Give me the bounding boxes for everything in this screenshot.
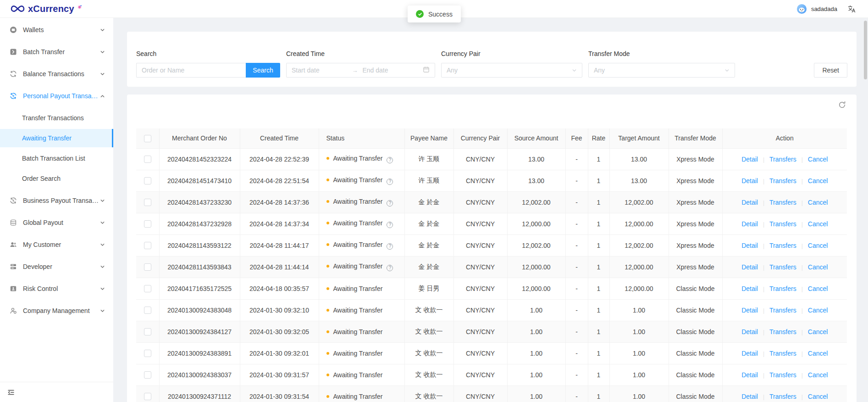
transfers-link[interactable]: Transfers [769,371,796,379]
help-icon[interactable] [387,222,393,228]
row-checkbox[interactable] [144,242,151,249]
row-checkbox[interactable] [144,307,151,314]
toast-message: Success [428,11,453,18]
help-icon[interactable] [387,179,393,185]
sidebar-item-developer[interactable]: Developer [0,256,113,278]
cell-currency-pair: CNY/CNY [453,191,507,213]
cancel-link[interactable]: Cancel [808,263,828,271]
sidebar-item-batch-transfer[interactable]: Batch Transfer [0,41,113,63]
transfers-link[interactable]: Transfers [769,156,796,163]
cell-payee-name: 金 於金 [404,191,453,213]
transfers-link[interactable]: Transfers [769,199,796,206]
cell-merchant-order-no: 202401300924383891 [159,342,240,364]
cancel-link[interactable]: Cancel [808,328,828,335]
cell-target-amount: 12,000.00 [609,256,669,278]
reset-button[interactable]: Reset [814,63,847,78]
select-all-checkbox[interactable] [144,135,151,142]
detail-link[interactable]: Detail [741,285,758,292]
sidebar-subitem-batch-transaction-list[interactable]: Batch Transaction List [0,149,113,168]
row-checkbox[interactable] [144,220,151,228]
table-row: 202401300924383891 2024-01-30 09:32:01 A… [136,342,847,364]
sidebar-item-my-customer[interactable]: My Customer [0,234,113,256]
cell-target-amount: 12,000.00 [609,278,669,299]
detail-link[interactable]: Detail [741,350,758,357]
sidebar-item-risk-control[interactable]: Risk Control [0,278,113,300]
cancel-link[interactable]: Cancel [808,307,828,314]
collapse-sidebar-icon[interactable] [6,387,17,398]
cancel-link[interactable]: Cancel [808,199,828,206]
transfers-link[interactable]: Transfers [769,263,796,271]
row-checkbox[interactable] [144,177,151,184]
refresh-icon[interactable] [838,101,846,109]
currency-pair-select[interactable]: Any [441,63,582,78]
sidebar-item-balance-transactions[interactable]: Balance Transactions [0,63,113,85]
username[interactable]: sadadada [811,6,837,12]
sidebar-item-wallets[interactable]: Wallets [0,19,113,41]
translate-icon[interactable] [847,5,856,13]
search-input[interactable] [136,63,246,78]
main-content: Search Search Created Time Start date → … [113,18,868,402]
table-row: 202401300924383037 2024-01-30 09:31:57 A… [136,364,847,385]
transfers-link[interactable]: Transfers [769,307,796,314]
end-date-placeholder[interactable]: End date [363,67,420,74]
transfers-link[interactable]: Transfers [769,242,796,249]
cancel-link[interactable]: Cancel [808,156,828,163]
detail-link[interactable]: Detail [741,307,758,314]
transfers-link[interactable]: Transfers [769,350,796,357]
row-checkbox[interactable] [144,263,151,271]
row-checkbox[interactable] [144,371,151,379]
detail-link[interactable]: Detail [741,177,758,184]
transfers-link[interactable]: Transfers [769,393,796,400]
help-icon[interactable] [387,157,393,163]
detail-link[interactable]: Detail [741,328,758,335]
detail-link[interactable]: Detail [741,220,758,228]
transfers-link[interactable]: Transfers [769,328,796,335]
start-date-placeholder[interactable]: Start date [292,67,349,74]
sidebar-subitem-order-search[interactable]: Order Search [0,169,113,188]
detail-link[interactable]: Detail [741,199,758,206]
transfers-link[interactable]: Transfers [769,220,796,228]
table-row: 202404281451473410 2024-04-28 22:51:54 A… [136,170,847,191]
sidebar-item-global-payout[interactable]: Global Payout [0,212,113,234]
cancel-link[interactable]: Cancel [808,350,828,357]
cell-merchant-order-no: 202404171635172525 [159,278,240,299]
row-checkbox[interactable] [144,393,151,400]
detail-link[interactable]: Detail [741,263,758,271]
search-button[interactable]: Search [246,63,280,78]
sidebar-item-personal-payout-transactions[interactable]: Personal Payout Transactions [0,85,113,107]
detail-link[interactable]: Detail [741,371,758,379]
cancel-link[interactable]: Cancel [808,393,828,400]
cell-created-time: 2024-01-30 09:32:05 [240,321,319,342]
cell-fee: - [565,364,588,385]
sidebar-subitem-transfer-transactions[interactable]: Transfer Transactions [0,109,113,127]
cell-transfer-mode: Xpress Mode [669,256,722,278]
sidebar-subitem-awaiting-transfer[interactable]: Awaiting Transfer [0,129,113,147]
row-checkbox[interactable] [144,328,151,335]
help-icon[interactable] [387,265,393,271]
row-checkbox[interactable] [144,156,151,163]
cancel-link[interactable]: Cancel [808,220,828,228]
sidebar-item-company-management[interactable]: Company Management [0,300,113,322]
cancel-link[interactable]: Cancel [808,285,828,292]
transfers-link[interactable]: Transfers [769,177,796,184]
help-icon[interactable] [387,200,393,207]
cancel-link[interactable]: Cancel [808,242,828,249]
currency-pair-value: Any [447,67,458,74]
row-checkbox[interactable] [144,350,151,357]
vertical-scrollbar[interactable] [864,21,867,79]
help-icon[interactable] [387,243,393,250]
status-dot-icon [326,265,329,268]
row-checkbox[interactable] [144,199,151,206]
sidebar-item-business-payout-transactions[interactable]: Business Payout Transactions [0,190,113,212]
row-checkbox[interactable] [144,285,151,292]
detail-link[interactable]: Detail [741,156,758,163]
cancel-link[interactable]: Cancel [808,177,828,184]
detail-link[interactable]: Detail [741,393,758,400]
transfer-mode-select[interactable]: Any [588,63,735,78]
transfers-link[interactable]: Transfers [769,285,796,292]
cancel-link[interactable]: Cancel [808,371,828,379]
date-range-picker[interactable]: Start date → End date [286,63,435,78]
detail-link[interactable]: Detail [741,242,758,249]
chevron-down-icon [100,28,105,33]
avatar[interactable] [796,4,807,14]
